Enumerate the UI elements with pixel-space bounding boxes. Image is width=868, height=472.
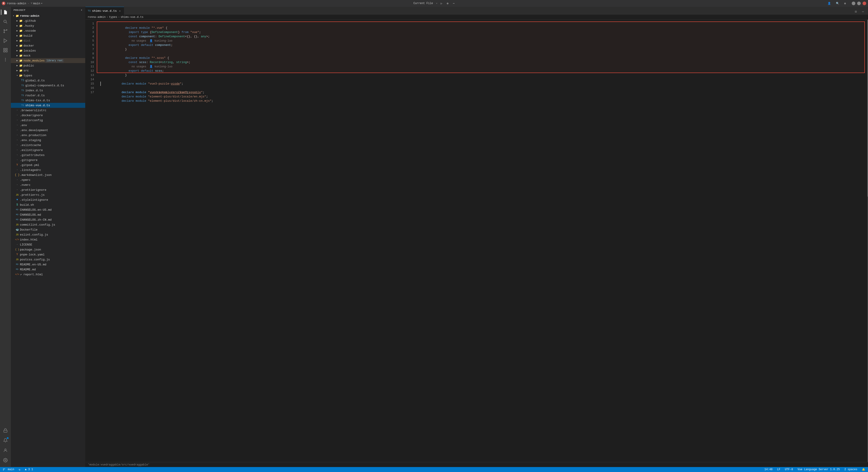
sidebar-item-eslint-config-js[interactable]: JS eslint.config.js [11, 232, 85, 237]
code-line: declare module "element-plus/dist/locale… [100, 94, 865, 99]
sidebar-item-build-sh[interactable]: $ build.sh [11, 202, 85, 207]
sidebar-item-package-json[interactable]: { } package.json [11, 247, 85, 252]
more-icon[interactable] [1, 55, 10, 64]
status-encoding[interactable]: UTF-8 [784, 468, 794, 471]
status-warnings[interactable]: ▲ 3 1 [24, 468, 34, 471]
sidebar-item-commitlint-config-js[interactable]: JS commitlint.config.js [11, 222, 85, 227]
sidebar-content[interactable]: ▾ 📁 ronna-admin ▶ 📁 .github ▶ 📁 .husky ▶… [11, 13, 85, 467]
sidebar-item-eslintignore[interactable]: · .eslintignore [11, 148, 85, 153]
sidebar-item-types[interactable]: ▾ 📂 types [11, 73, 85, 78]
extensions-icon[interactable] [1, 46, 10, 55]
sidebar-item-github[interactable]: ▶ 📁 .github [11, 18, 85, 23]
sidebar-item-dist[interactable]: ▶ 📁 dist [11, 38, 85, 43]
notification-dot [7, 437, 8, 439]
current-file-label[interactable]: Current File [412, 1, 434, 5]
sidebar-item-dockerignore[interactable]: · .dockerignore [11, 113, 85, 118]
sidebar-item-npmrc[interactable]: · .npmrc [11, 178, 85, 182]
sidebar-item-index-html[interactable]: </> index.html [11, 237, 85, 242]
sidebar-item-changelog-zh[interactable]: MD CHANGELOG.zh-CN.md [11, 217, 85, 222]
sidebar-item-pnpm-lock-yaml[interactable]: Y pnpm-lock.yaml [11, 252, 85, 257]
close-button[interactable] [863, 2, 866, 5]
more-button[interactable]: ⋯ [452, 1, 456, 6]
sidebar-item-public[interactable]: ▶ 📁 public [11, 63, 85, 68]
branch-info[interactable]: ⑂ main ▾ [31, 2, 42, 5]
tab-close-button[interactable]: ✕ [118, 9, 122, 13]
breadcrumb-types[interactable]: types [109, 15, 117, 19]
sidebar-item-changelog-en[interactable]: MD CHANGELOG.en-US.md [11, 207, 85, 212]
files-icon[interactable] [1, 8, 10, 17]
sidebar-item-env-prod[interactable]: · .env.production [11, 133, 85, 138]
current-file-dropdown[interactable]: ▾ [436, 2, 437, 5]
sidebar-item-gitignore[interactable]: · .gitignore [11, 158, 85, 162]
debug-button[interactable]: ⚙ [445, 1, 450, 6]
status-line-col[interactable]: LF [776, 468, 781, 471]
sidebar-item-gitpod-yml[interactable]: Y .gitpod.yml [11, 162, 85, 167]
breadcrumb-root[interactable]: ronna-admin [88, 15, 105, 19]
maximize-button[interactable] [857, 2, 861, 5]
sidebar-item-index-d-ts[interactable]: TS index.d.ts [11, 88, 85, 93]
run-button[interactable]: ▷ [439, 1, 443, 6]
remote-icon[interactable] [1, 426, 10, 435]
code-line: declare module "*.scss" { [100, 52, 865, 56]
split-editor-button[interactable]: ⊡ [852, 8, 859, 15]
status-language[interactable]: Vue Language Server 1.8.25 [797, 468, 841, 471]
sidebar-item-node-modules[interactable]: ▶ 📁 node_modules library root [11, 58, 85, 63]
sidebar-dropdown-arrow[interactable]: ▾ [81, 8, 83, 11]
sidebar-item-eslintcache[interactable]: · .eslintcache [11, 143, 85, 148]
search-icon[interactable] [1, 17, 10, 26]
status-branch[interactable]: main [2, 468, 15, 471]
notifications-bell[interactable]: 🔔 [861, 468, 866, 471]
sidebar-item-prettierrc-js[interactable]: JS .prettierrc.js [11, 192, 85, 197]
sidebar-item-changelog-md[interactable]: MD CHANGELOG.md [11, 212, 85, 217]
run-debug-icon[interactable] [1, 36, 10, 45]
sidebar-item-global-d-ts[interactable]: TS global.d.ts [11, 78, 85, 83]
sidebar-item-prettierignore[interactable]: · .prettierignore [11, 187, 85, 192]
source-control-icon[interactable] [1, 27, 10, 36]
accounts-titlebar-icon[interactable]: 👤 [826, 1, 832, 6]
sidebar-item-docker[interactable]: ▶ 📁 docker [11, 43, 85, 48]
sidebar-item-editorconfig[interactable]: · .editorconfig [11, 118, 85, 123]
tab-shims-vue[interactable]: TS shims-vue.d.ts ✕ [86, 7, 124, 15]
sidebar-item-postcss-config-js[interactable]: JS postcss.config.js [11, 257, 85, 262]
item-label: build.sh [20, 203, 34, 207]
sidebar-item-stylelintignore[interactable]: ▼ .stylelintignore [11, 197, 85, 202]
sidebar-item-readme-md[interactable]: MD README.md [11, 267, 85, 272]
html-file-icon: </> [16, 273, 19, 276]
sidebar-item-mock[interactable]: ▶ 📁 mock [11, 53, 85, 58]
sidebar-item-env[interactable]: · .env [11, 123, 85, 128]
status-spaces[interactable]: 2 spaces [843, 468, 858, 471]
sidebar-item-vscode[interactable]: ▶ 📁 .vscode [11, 28, 85, 33]
sidebar-item-lintstagedrc[interactable]: · .linstagedrc [11, 167, 85, 172]
sidebar-item-env-dev[interactable]: · .env.development [11, 128, 85, 133]
settings-titlebar-icon[interactable]: ⚙ [843, 1, 847, 6]
status-sync[interactable]: ↻ [18, 468, 21, 471]
sidebar-item-report-html[interactable]: </> ↗ report.html [11, 272, 85, 277]
sidebar-item-browserslistrc[interactable]: · .browserslistrc [11, 108, 85, 113]
tree-root[interactable]: ▾ 📁 ronna-admin [11, 13, 85, 18]
sidebar-item-build[interactable]: ▶ 📁 build [11, 33, 85, 38]
settings-icon[interactable] [1, 456, 10, 465]
sidebar-item-router-d-ts[interactable]: TS router.d.ts [11, 93, 85, 98]
editor-scrollbar[interactable] [865, 20, 868, 462]
sidebar-item-husky[interactable]: ▶ 📁 .husky [11, 23, 85, 28]
sidebar-item-shims-tsx-d-ts[interactable]: TS shims-tsx.d.ts [11, 98, 85, 103]
more-actions-button[interactable]: ⋯ [860, 8, 866, 15]
minimize-button[interactable] [852, 2, 855, 5]
sidebar-item-global-components-d-ts[interactable]: TS global-components.d.ts [11, 83, 85, 88]
search-titlebar-icon[interactable]: 🔍 [835, 1, 841, 6]
sidebar-item-gitattributes[interactable]: · .gitattributes [11, 153, 85, 158]
editor-content[interactable]: 1 2 3 4 5 6 7 8 9 10 11 12 13 [86, 20, 868, 462]
sidebar-item-src[interactable]: ▶ 📁 src [11, 68, 85, 73]
sidebar-item-readme-en[interactable]: MD README.en-US.md [11, 262, 85, 267]
sidebar-item-shims-vue-d-ts[interactable]: TS shims-vue.d.ts [11, 103, 85, 108]
sidebar-item-env-staging[interactable]: · .env.staging [11, 138, 85, 143]
sidebar-item-dockerfile[interactable]: 🐳 Dockerfile [11, 227, 85, 232]
sidebar-item-nvmrc[interactable]: · .nvmrc [11, 182, 85, 187]
sidebar-item-markdownlint-json[interactable]: { } .markdownlint.json [11, 172, 85, 178]
sidebar-item-license[interactable]: · LICENSE [11, 242, 85, 247]
notification-icon[interactable] [1, 436, 10, 445]
sidebar-item-locales[interactable]: ▶ 📁 locales [11, 48, 85, 53]
accounts-icon[interactable] [1, 446, 10, 455]
code-editor[interactable]: declare module "*.vue" { import type {De… [97, 20, 865, 462]
code-line: declare module "element-plus/dist/locale… [100, 90, 865, 94]
